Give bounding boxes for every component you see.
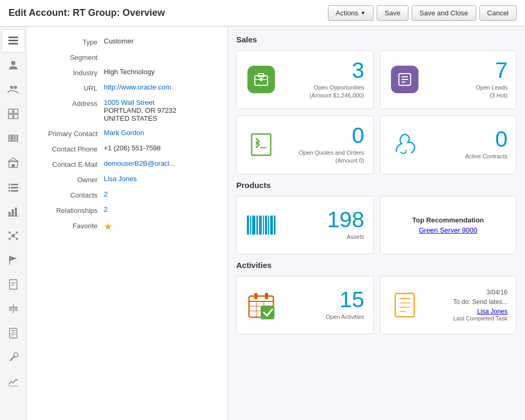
svg-line-37: [10, 236, 13, 239]
open-activities-label: Open Activities: [277, 313, 364, 321]
contact-email-value: demouserB2B@oracl...: [104, 159, 219, 167]
assets-card[interactable]: 198 Assets: [236, 196, 373, 254]
industry-row: Industry High Technology: [35, 68, 219, 77]
svg-rect-8: [8, 114, 13, 119]
svg-line-38: [13, 236, 17, 239]
task-name-link[interactable]: Lisa Jones: [477, 308, 508, 315]
sales-row-2: 0 Open Quotes and Orders (Amount 0) 0: [236, 115, 517, 174]
sidebar-item-building[interactable]: [2, 151, 25, 174]
primary-contact-label: Primary Contact: [35, 129, 104, 138]
svg-rect-25: [11, 190, 18, 192]
favorite-star-icon[interactable]: ★: [104, 221, 112, 232]
leads-card[interactable]: 7 Open Leads (3 Hot): [380, 50, 517, 109]
leads-icon: [389, 64, 421, 95]
address-link-line1[interactable]: 1005 Wall Street: [104, 99, 155, 106]
type-label: Type: [35, 37, 104, 46]
activities-icon: [245, 289, 277, 321]
open-activities-card[interactable]: 15 Open Activities: [236, 276, 373, 334]
top-recommendation-card[interactable]: Top Recommendation Green Server 9000: [380, 196, 517, 254]
save-close-button[interactable]: Save and Close: [412, 5, 476, 21]
contracts-card[interactable]: 0 Active Contracts: [380, 115, 517, 174]
svg-rect-10: [8, 135, 10, 142]
save-button[interactable]: Save: [377, 5, 408, 21]
address-line2: PORTLAND, OR 97232: [104, 106, 176, 114]
sales-row-1: 3 Open Opportunities (Amount $1,246,000): [236, 50, 517, 109]
contacts-value: 2: [104, 190, 219, 198]
contracts-icon: [389, 129, 421, 160]
sidebar-item-flag[interactable]: [2, 248, 25, 272]
overview-icon: [7, 35, 19, 47]
contacts-link[interactable]: 2: [104, 190, 108, 198]
quotes-count: 0: [277, 124, 364, 147]
open-activities-info: 15 Open Activities: [277, 289, 364, 321]
sidebar-item-grid[interactable]: [2, 102, 25, 126]
graph-icon: [7, 376, 19, 388]
sidebar-item-document[interactable]: [2, 273, 25, 296]
industry-label: Industry: [35, 68, 104, 77]
svg-point-4: [10, 86, 13, 89]
type-value: Customer: [104, 37, 219, 45]
sidebar-item-tool[interactable]: [2, 346, 25, 369]
sidebar-item-barcode[interactable]: [2, 127, 25, 150]
sidebar-item-person[interactable]: [2, 53, 25, 77]
contracts-label: Active Contracts: [421, 153, 508, 160]
sidebar-item-group[interactable]: [2, 78, 25, 101]
url-link[interactable]: http://www.oracle.com: [104, 83, 171, 91]
svg-point-59: [14, 353, 18, 357]
contact-phone-label: Contact Phone: [35, 144, 104, 153]
svg-marker-39: [10, 256, 17, 261]
opportunities-card[interactable]: 3 Open Opportunities (Amount $1,246,000): [236, 50, 373, 109]
svg-rect-0: [8, 37, 18, 38]
sidebar-item-network[interactable]: [2, 224, 25, 247]
type-row: Type Customer: [35, 37, 219, 46]
opportunities-info: 3 Open Opportunities (Amount $1,246,000): [277, 59, 364, 100]
owner-link[interactable]: Lisa Jones: [104, 175, 137, 183]
person-icon: [7, 59, 19, 71]
grid-icon: [7, 108, 19, 120]
last-task-card[interactable]: 3/04/16 To do: Send lates... Lisa Jones …: [380, 276, 517, 334]
task-label: Last Completed Task: [426, 315, 508, 321]
sidebar-item-list[interactable]: [2, 175, 25, 199]
svg-rect-15: [16, 135, 16, 142]
actions-dropdown-arrow: ▼: [360, 10, 366, 16]
sidebar-item-invoice[interactable]: [2, 321, 25, 345]
favorite-value: ★: [104, 221, 219, 233]
contact-email-link[interactable]: demouserB2B@oracl...: [104, 159, 175, 167]
sidebar-item-graph[interactable]: [2, 370, 25, 394]
url-row: URL http://www.oracle.com: [35, 83, 219, 92]
contracts-count: 0: [421, 128, 508, 150]
svg-rect-12: [11, 135, 13, 142]
svg-rect-69: [252, 134, 271, 155]
page-title: Edit Account: RT Group: Overview: [8, 7, 165, 19]
top-rec-title: Top Recommendation: [412, 216, 484, 224]
relationships-row: Relationships 2: [35, 205, 219, 215]
svg-rect-1: [8, 40, 18, 41]
products-row: 198 Assets Top Recommendation Green Serv…: [236, 196, 517, 254]
svg-rect-13: [13, 135, 14, 142]
sidebar-item-overview[interactable]: [2, 29, 25, 52]
quotes-card[interactable]: 0 Open Quotes and Orders (Amount 0): [236, 115, 373, 174]
address-line3: UNITED STATES: [104, 114, 157, 122]
chart-icon: [7, 205, 19, 217]
svg-rect-74: [256, 216, 258, 235]
svg-rect-26: [8, 212, 11, 216]
primary-contact-value: Mark Gordon: [104, 129, 219, 137]
sidebar-item-chart[interactable]: [2, 200, 25, 223]
sidebar-item-balance[interactable]: [2, 297, 25, 320]
primary-contact-link[interactable]: Mark Gordon: [104, 129, 144, 137]
top-rec-link[interactable]: Green Server 9000: [419, 226, 477, 234]
svg-rect-27: [12, 209, 14, 216]
svg-rect-79: [270, 216, 273, 235]
activities-section-title: Activities: [236, 261, 517, 270]
list-icon: [7, 181, 19, 193]
assets-icon: [245, 209, 277, 241]
svg-rect-6: [8, 109, 13, 113]
cancel-button[interactable]: Cancel: [479, 5, 517, 21]
svg-rect-53: [10, 328, 17, 338]
barcode-icon: [7, 132, 19, 144]
opportunities-icon: [245, 64, 277, 95]
svg-rect-77: [265, 216, 267, 235]
assets-info: 198 Assets: [277, 209, 364, 241]
relationships-link[interactable]: 2: [104, 205, 108, 213]
actions-button[interactable]: Actions ▼: [328, 5, 374, 21]
